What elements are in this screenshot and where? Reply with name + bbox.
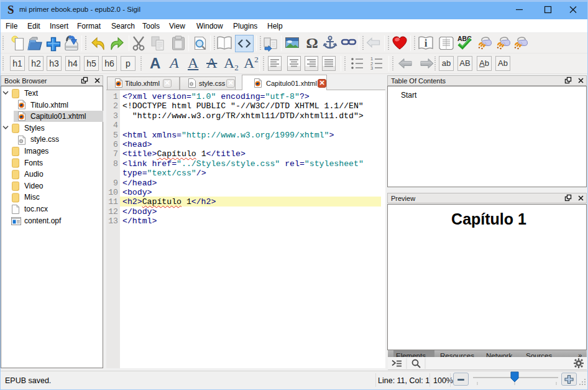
svg-text:Ω: Ω	[306, 35, 318, 51]
svg-text:i: i	[425, 37, 428, 49]
svg-text:3: 3	[370, 65, 373, 71]
